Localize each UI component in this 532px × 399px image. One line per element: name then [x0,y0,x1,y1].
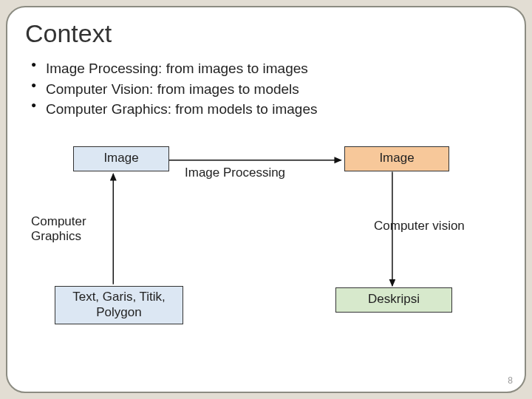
slide-card: Context Image Processing: from images to… [6,6,526,393]
label-image-processing: Image Processing [185,166,285,180]
box-description: Deskripsi [335,287,452,313]
slide-title: Context [25,19,507,48]
box-primitives: Text, Garis, Titik, Polygon [55,286,183,324]
box-image-left: Image [73,146,169,171]
bullet-list: Image Processing: from images to images … [31,58,507,120]
box-image-right: Image [344,146,449,171]
bullet-item: Computer Graphics: from models to images [31,99,507,120]
label-computer-graphics: Computer Graphics [31,214,86,244]
bullet-item: Computer Vision: from images to models [31,79,507,100]
page-number: 8 [508,375,513,386]
context-diagram: Image Image Text, Garis, Titik, Polygon … [25,142,507,349]
label-computer-vision: Computer vision [374,219,465,233]
bullet-item: Image Processing: from images to images [31,58,507,79]
